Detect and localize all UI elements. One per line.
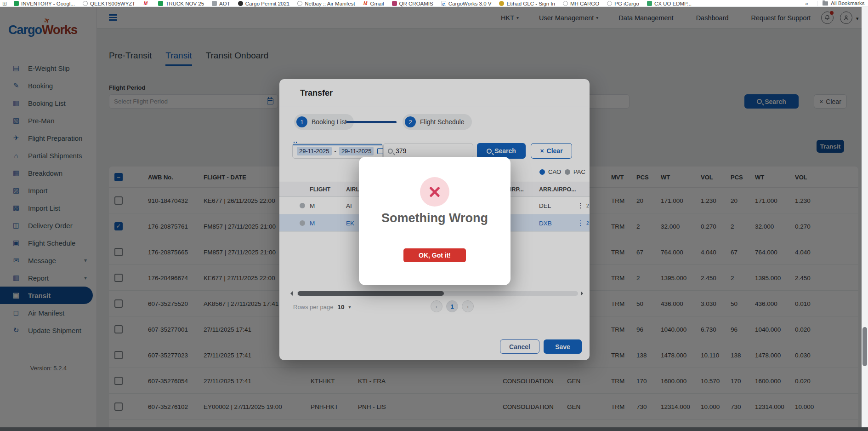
bookmark[interactable]: CX UO EDMP... [647,1,692,6]
bookmark-icon [363,1,368,6]
bookmark-icon [647,1,652,6]
alert-title: Something Wrong [359,211,511,225]
bookmark-label: CX UO EDMP... [654,1,692,6]
window-bottom-edge [0,427,868,431]
bookmark[interactable] [143,1,150,6]
bookmark[interactable]: TRUCK NOV 25 [158,1,204,6]
bookmark-label: QEEKTS005WYZT [90,1,135,6]
bookmark-icon [212,1,217,6]
bookmark-icon [158,1,163,6]
bookmark-icon [499,1,504,6]
bookmark[interactable]: Netbay :: Air Manifest [297,1,355,6]
bookmark-label: PG iCargo [614,1,639,6]
bookmark-icon [392,1,397,6]
ok-got-it-button[interactable]: OK, Got it! [403,248,466,262]
bookmarks-divider [817,1,817,6]
bookmark[interactable]: Etihad GLC - Sign In [499,1,555,6]
bookmark[interactable]: PG iCargo [607,1,639,6]
bookmark-label: INVENTORY - Googl... [21,1,75,6]
bookmark-icon [441,1,446,6]
bookmark-icon [238,1,243,6]
bookmark-icon [297,1,302,6]
bookmarks-overflow-icon[interactable]: » [805,0,808,7]
bookmark[interactable]: QR CROAMIS [392,1,433,6]
bookmark-label: CargoWorks 3.0 V [448,1,492,6]
bookmark-label: AOT [219,1,230,6]
bookmark[interactable]: QEEKTS005WYZT [83,1,135,6]
error-x-icon [420,177,449,207]
bookmark-label: Cargo Permit 2021 [245,1,290,6]
page-scrollbar[interactable] [862,7,868,428]
bookmark[interactable]: AOT [212,1,230,6]
bookmark-icon [607,1,612,6]
apps-grid-icon[interactable]: ⊞ [2,0,7,7]
bookmark[interactable]: MH CARGO [563,1,599,6]
bookmarks-bar: ⊞ INVENTORY - Googl... QEEKTS005WYZT TRU… [0,0,868,7]
all-bookmarks-folder-icon[interactable] [823,1,828,6]
bookmark[interactable]: INVENTORY - Googl... [14,1,75,6]
bookmark-label: QR CROAMIS [399,1,433,6]
error-alert-dialog: Something Wrong OK, Got it! [359,157,511,285]
bookmark-label: TRUCK NOV 25 [165,1,204,6]
bookmark-label: Gmail [370,1,384,6]
bookmark[interactable]: CargoWorks 3.0 V [441,1,492,6]
bookmark-icon [143,1,148,6]
bookmark-label: Etihad GLC - Sign In [506,1,555,6]
bookmark[interactable]: Gmail [363,1,384,6]
bookmark-label: MH CARGO [570,1,599,6]
bookmark-label: Netbay :: Air Manifest [305,1,355,6]
bookmark-icon [14,1,19,6]
bookmark[interactable]: Cargo Permit 2021 [238,1,290,6]
bookmark-icon [83,1,88,6]
bookmark-icon [563,1,568,6]
all-bookmarks-label[interactable]: All Bookmarks [831,0,865,6]
page-scrollbar-thumb[interactable] [862,327,867,366]
